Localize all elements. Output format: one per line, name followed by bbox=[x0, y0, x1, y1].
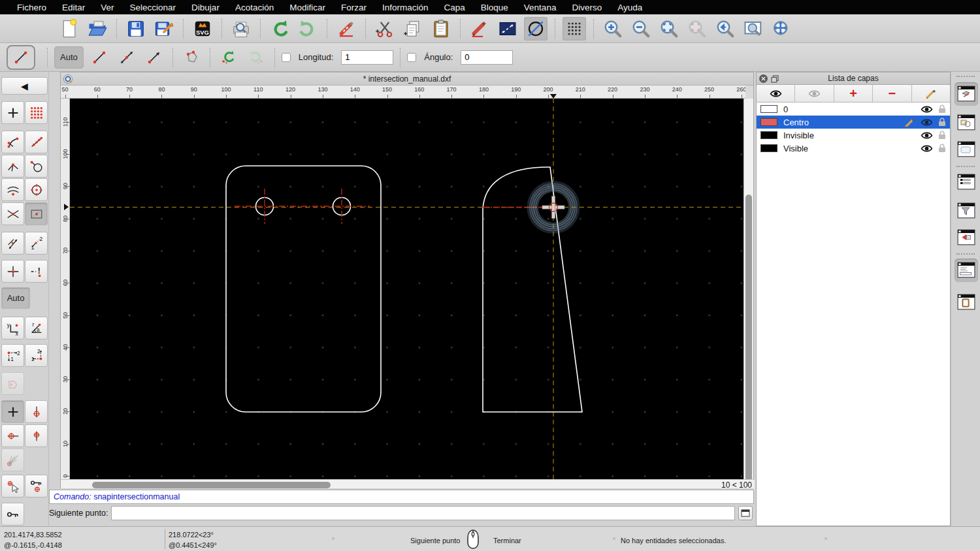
corner-point-21-button[interactable] bbox=[25, 344, 48, 367]
line-both-directions-button[interactable] bbox=[115, 46, 139, 69]
add-layer-button[interactable]: + bbox=[834, 85, 873, 102]
zoom-window-button[interactable] bbox=[742, 17, 765, 40]
snap-center-button[interactable] bbox=[25, 178, 48, 201]
length-input[interactable] bbox=[341, 50, 393, 65]
layer-row-centro[interactable]: Centro bbox=[757, 116, 950, 129]
cut-button[interactable] bbox=[373, 17, 397, 40]
line-segment-button[interactable] bbox=[88, 46, 111, 69]
dock-library-browser-button[interactable] bbox=[955, 138, 978, 161]
menu-capa[interactable]: Capa bbox=[436, 3, 473, 12]
dock-filter-button[interactable] bbox=[955, 199, 978, 223]
coordinate-cartesian-button[interactable] bbox=[1, 317, 24, 339]
dock-clipboard-button[interactable] bbox=[955, 291, 978, 314]
edit-layer-button[interactable] bbox=[912, 85, 950, 102]
command-options-button[interactable] bbox=[738, 506, 753, 520]
menu-forzar[interactable]: Forzar bbox=[333, 3, 374, 12]
restrict-orthogonal-button[interactable] bbox=[1, 232, 24, 255]
coordinate-polar-button[interactable] bbox=[25, 317, 48, 339]
current-tool-button[interactable] bbox=[7, 45, 35, 70]
angle-input[interactable] bbox=[461, 50, 513, 65]
layer-visibility-icon[interactable] bbox=[921, 144, 933, 153]
undo-segment-button[interactable] bbox=[217, 46, 240, 69]
zoom-out-button[interactable] bbox=[629, 17, 653, 40]
set-relative-zero-button[interactable] bbox=[1, 475, 24, 497]
zoom-auto-button[interactable] bbox=[657, 17, 681, 40]
menu-diverso[interactable]: Diverso bbox=[564, 3, 610, 12]
delete-entities-button[interactable] bbox=[335, 17, 358, 40]
layer-visibility-icon[interactable] bbox=[921, 118, 933, 127]
grid-toggle-button[interactable] bbox=[563, 17, 586, 40]
save-button[interactable] bbox=[124, 17, 148, 40]
paste-button[interactable] bbox=[429, 17, 453, 40]
length-checkbox[interactable] bbox=[282, 53, 291, 62]
relative-zero-axis-button[interactable] bbox=[25, 424, 48, 447]
menu-ayuda[interactable]: Ayuda bbox=[610, 3, 650, 12]
lock-relative-zero-button[interactable] bbox=[25, 475, 48, 497]
rectangle-diagonal-button[interactable] bbox=[496, 17, 519, 40]
restrict-horizontal-button[interactable] bbox=[25, 232, 48, 255]
auto-mode-button[interactable]: Auto bbox=[54, 46, 84, 69]
snap-free-button[interactable] bbox=[1, 101, 24, 124]
relative-zero-vertical-button[interactable] bbox=[25, 400, 48, 423]
snap-endpoints-button[interactable] bbox=[1, 131, 24, 153]
unlock-relative-zero-button[interactable] bbox=[1, 503, 24, 526]
menu-bloque[interactable]: Bloque bbox=[473, 3, 516, 12]
snap-on-entity-button[interactable] bbox=[25, 131, 48, 153]
relative-zero-free-button[interactable] bbox=[1, 400, 24, 423]
menu-ver[interactable]: Ver bbox=[93, 3, 122, 12]
zoom-in-button[interactable] bbox=[601, 17, 625, 40]
dock-entity-list-button[interactable] bbox=[955, 170, 978, 194]
snap-middle-button[interactable] bbox=[25, 155, 48, 178]
auto-snap-button[interactable]: Auto bbox=[1, 287, 30, 309]
dock-console-button[interactable] bbox=[955, 226, 978, 249]
snap-intersection-button[interactable] bbox=[1, 202, 24, 225]
layer-row-visible[interactable]: Visible bbox=[757, 142, 950, 155]
redo-button[interactable] bbox=[296, 17, 319, 40]
export-svg-button[interactable]: SVG bbox=[191, 17, 214, 40]
vertical-scrollbar[interactable] bbox=[743, 99, 753, 479]
detach-panel-icon[interactable] bbox=[771, 75, 779, 83]
save-as-button[interactable] bbox=[152, 17, 176, 40]
vertical-scroll-thumb[interactable] bbox=[745, 195, 752, 482]
layer-lock-icon[interactable] bbox=[938, 131, 946, 140]
circle-line-tool-button[interactable] bbox=[524, 17, 547, 40]
menu-acotacion[interactable]: Acotación bbox=[227, 3, 282, 12]
snap-grid-button[interactable] bbox=[25, 101, 48, 124]
horizontal-scroll-thumb[interactable] bbox=[92, 482, 331, 488]
layer-lock-icon[interactable] bbox=[938, 144, 946, 153]
new-file-button[interactable] bbox=[57, 17, 81, 40]
zoom-previous-button[interactable] bbox=[713, 17, 737, 40]
draw-pencil-button[interactable] bbox=[468, 17, 491, 40]
menu-informacion[interactable]: Información bbox=[374, 3, 436, 12]
angle-checkbox[interactable] bbox=[407, 53, 416, 62]
snap-perpendicular-button[interactable] bbox=[1, 155, 24, 178]
print-preview-button[interactable] bbox=[229, 17, 253, 40]
undo-button[interactable] bbox=[268, 17, 291, 40]
corner-point-12-button[interactable] bbox=[1, 344, 24, 367]
drawing-canvas[interactable] bbox=[70, 99, 745, 479]
layer-lock-icon[interactable] bbox=[938, 118, 946, 127]
dock-block-list-button[interactable] bbox=[955, 111, 978, 134]
back-button[interactable]: ◀ bbox=[1, 77, 48, 95]
ray-button[interactable] bbox=[142, 46, 166, 69]
menu-seleccionar[interactable]: Seleccionar bbox=[122, 3, 184, 12]
layer-row-invisible[interactable]: Invisible bbox=[757, 129, 950, 142]
command-input[interactable] bbox=[111, 506, 735, 520]
menu-ventana[interactable]: Ventana bbox=[516, 3, 564, 12]
close-panel-button[interactable] bbox=[759, 74, 768, 83]
layer-visibility-icon[interactable] bbox=[921, 131, 933, 140]
restrict-nothing-button[interactable] bbox=[1, 260, 24, 283]
menu-editar[interactable]: Editar bbox=[54, 3, 93, 12]
restrict-exclusive-button[interactable] bbox=[25, 260, 48, 283]
snap-distance-button[interactable] bbox=[1, 178, 24, 201]
relative-zero-horizontal-button[interactable] bbox=[1, 424, 24, 447]
snap-intersection-manual-button[interactable] bbox=[25, 202, 48, 225]
copy-button[interactable] bbox=[401, 17, 425, 40]
polyline-button[interactable] bbox=[180, 46, 203, 69]
hide-all-layers-button[interactable] bbox=[795, 85, 834, 102]
dock-command-widget-button[interactable] bbox=[955, 259, 978, 282]
menu-dibujar[interactable]: Dibujar bbox=[184, 3, 227, 12]
layer-visibility-icon[interactable] bbox=[921, 105, 933, 114]
layer-lock-icon[interactable] bbox=[938, 104, 946, 114]
layer-row-0[interactable]: 0 bbox=[757, 102, 950, 116]
